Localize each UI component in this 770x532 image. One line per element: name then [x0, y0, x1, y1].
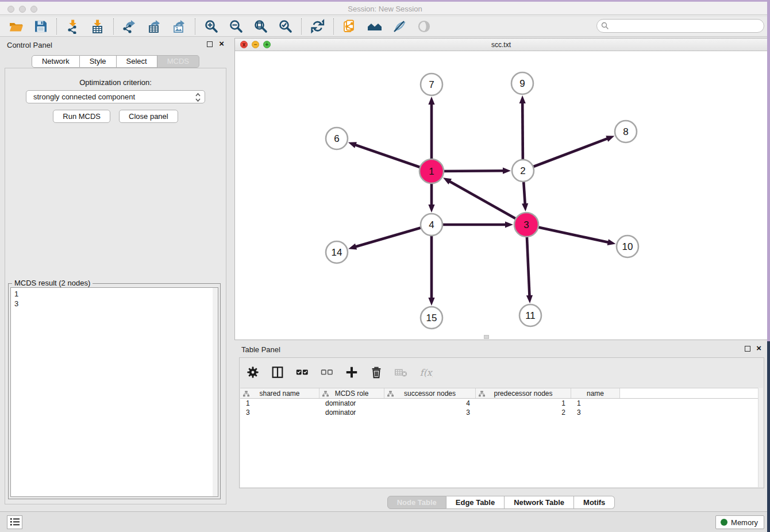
arrowhead-icon: [428, 298, 434, 306]
column-header-successor-nodes[interactable]: successor nodes: [384, 388, 476, 398]
memory-status-icon: [721, 519, 727, 526]
tab-style[interactable]: Style: [80, 55, 117, 68]
arrowhead-icon: [503, 168, 511, 174]
chevron-updown-icon: [195, 92, 201, 105]
table-scrollbar[interactable]: [758, 388, 763, 487]
node-label-14: 14: [332, 247, 342, 258]
arrowhead-icon: [348, 244, 357, 250]
column-header-predecessor-nodes[interactable]: predecessor nodes: [476, 388, 571, 398]
table-cell[interactable]: 3: [240, 408, 319, 417]
table-cell[interactable]: 1: [476, 399, 571, 408]
arrowhead-icon: [443, 178, 452, 184]
add-row-icon[interactable]: [344, 365, 359, 380]
tab-select[interactable]: Select: [117, 55, 157, 68]
table-cell[interactable]: 3: [384, 408, 476, 417]
column-header-shared-name[interactable]: shared name: [240, 388, 319, 398]
memory-label: Memory: [731, 518, 758, 527]
import-network-icon[interactable]: [65, 19, 80, 34]
column-header-name[interactable]: name: [571, 388, 620, 398]
app-titlebar: Session: New Session: [0, 0, 770, 15]
desktop-edge: [767, 341, 770, 532]
export-network-icon[interactable]: [122, 19, 137, 34]
tab-network[interactable]: Network: [32, 55, 80, 68]
function-icon[interactable]: f(x): [418, 365, 433, 380]
table-cell[interactable]: 2: [476, 408, 571, 417]
network-canvas[interactable]: 7968124314101511: [235, 51, 767, 340]
close-panel-button[interactable]: Close panel: [119, 110, 178, 123]
column-label: predecessor nodes: [494, 390, 552, 398]
import-table-icon[interactable]: [90, 19, 105, 34]
tab-network-table[interactable]: Network Table: [505, 496, 574, 509]
float-panel-icon[interactable]: [207, 41, 213, 47]
task-history-button[interactable]: [7, 515, 22, 529]
tab-edge-table[interactable]: Edge Table: [446, 496, 505, 509]
node-label-7: 7: [429, 79, 434, 90]
criterion-dropdown[interactable]: strongly connected component: [26, 90, 205, 103]
export-table-icon[interactable]: [147, 19, 162, 34]
node-label-1: 1: [429, 166, 434, 177]
tab-node-table[interactable]: Node Table: [387, 496, 446, 509]
delete-row-icon[interactable]: [369, 365, 384, 380]
optimization-criterion-label: Optimization criterion:: [5, 78, 226, 87]
arrowhead-icon: [428, 205, 434, 213]
network-view-window: x – + scc.txt 7968124314101511: [234, 38, 768, 340]
tab-motifs[interactable]: Motifs: [574, 496, 615, 509]
network-window-titlebar[interactable]: x – + scc.txt: [235, 38, 767, 51]
column-tree-icon: [387, 391, 394, 399]
refresh-layout-icon[interactable]: [310, 19, 325, 34]
zoom-in-icon[interactable]: [203, 19, 219, 34]
table-panel: Table Panel × f(x) shared nameMCDS roles…: [234, 341, 768, 511]
deselect-all-icon[interactable]: [319, 365, 334, 380]
arrowhead-icon: [607, 239, 616, 245]
export-image-icon[interactable]: [171, 19, 187, 34]
column-label: successor nodes: [404, 390, 456, 398]
close-table-panel-icon[interactable]: ×: [756, 343, 761, 353]
node-label-2: 2: [520, 165, 525, 176]
run-mcds-button[interactable]: Run MCDS: [53, 110, 110, 123]
search-input[interactable]: [596, 19, 764, 33]
mcds-result-textarea[interactable]: 1 3: [10, 287, 218, 497]
node-label-6: 6: [334, 133, 339, 144]
zoom-selected-icon[interactable]: [278, 19, 293, 34]
table-cell[interactable]: 4: [384, 399, 476, 408]
criterion-value: strongly connected component: [33, 92, 135, 101]
delete-table-icon[interactable]: [394, 365, 409, 380]
canvas-scroll-handle[interactable]: [484, 335, 489, 339]
edge-3-1[interactable]: [449, 181, 526, 225]
columns-icon[interactable]: [270, 365, 285, 380]
table-panel-title: Table Panel: [241, 345, 280, 354]
float-table-panel-icon[interactable]: [745, 346, 750, 352]
arrowhead-icon: [519, 95, 526, 103]
edge-2-8[interactable]: [523, 138, 609, 171]
mcds-panel: Optimization criterion: strongly connect…: [5, 68, 226, 504]
tab-mcds[interactable]: MCDS: [157, 55, 199, 68]
zoom-out-icon[interactable]: [228, 19, 244, 34]
save-icon[interactable]: [33, 19, 48, 34]
table-row[interactable]: 3dominator323: [240, 408, 758, 417]
table-cell[interactable]: 1: [571, 399, 620, 408]
open-folder-icon[interactable]: [8, 19, 24, 34]
table-row[interactable]: 1dominator411: [240, 399, 758, 408]
close-panel-icon[interactable]: ×: [219, 38, 224, 48]
table-cell[interactable]: 1: [240, 399, 319, 408]
table-cell[interactable]: dominator: [319, 399, 384, 408]
edge-4-14[interactable]: [355, 225, 432, 247]
clone-network-icon[interactable]: [342, 19, 357, 34]
arrowhead-icon: [526, 295, 533, 303]
select-all-icon[interactable]: [295, 365, 310, 380]
gear-icon[interactable]: [245, 365, 260, 380]
node-table-container: f(x) shared nameMCDS rolesuccessor nodes…: [239, 357, 764, 488]
memory-button[interactable]: Memory: [715, 515, 764, 529]
column-label: shared name: [259, 390, 299, 398]
zoom-fit-icon[interactable]: [253, 19, 268, 34]
table-cell[interactable]: dominator: [319, 408, 384, 417]
result-scrollbar[interactable]: [213, 288, 218, 496]
column-tree-icon: [322, 391, 329, 399]
homes-icon[interactable]: [367, 19, 382, 34]
table-cell[interactable]: 3: [571, 408, 620, 417]
vizmapper-icon[interactable]: [391, 19, 407, 34]
column-label: name: [587, 390, 604, 398]
eye-icon[interactable]: [416, 19, 432, 34]
node-table[interactable]: shared nameMCDS rolesuccessor nodesprede…: [240, 388, 758, 487]
column-header-MCDS-role[interactable]: MCDS role: [319, 388, 384, 398]
